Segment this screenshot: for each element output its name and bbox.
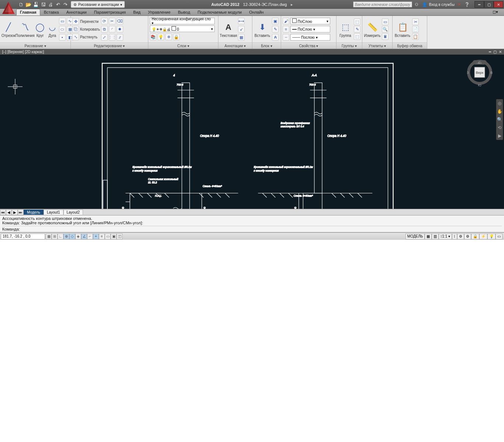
tool-circle[interactable]: ◯Круг: [35, 21, 46, 38]
qat-save-icon[interactable]: 💾: [32, 1, 39, 8]
tool-line[interactable]: ╱Отрезок: [1, 21, 15, 38]
tab-output[interactable]: Вывод: [174, 9, 194, 15]
layer-off-icon[interactable]: 💡: [158, 34, 164, 40]
panel-block-title[interactable]: Блок ▾: [252, 42, 281, 49]
leader-icon[interactable]: ↙: [238, 26, 245, 32]
user-icon[interactable]: 👤: [421, 1, 428, 7]
array-icon[interactable]: ⋮⋮: [109, 34, 115, 41]
qat-undo-icon[interactable]: ↶: [55, 1, 61, 8]
trim-icon[interactable]: ✂: [109, 18, 115, 24]
viewcube[interactable]: Верх С Ю З В МСК ▾: [465, 59, 494, 90]
panel-groups-title[interactable]: Группы ▾: [336, 42, 362, 49]
explode-icon[interactable]: ✹: [117, 26, 123, 32]
help-icon[interactable]: ❔: [463, 1, 471, 7]
lw-icon[interactable]: ≡: [283, 26, 289, 32]
match-prop-icon[interactable]: 🖌: [283, 18, 289, 24]
tab-manage[interactable]: Управление: [144, 9, 174, 15]
toolbar-lock-icon[interactable]: 🔒: [471, 234, 479, 239]
layer-select[interactable]: 💡☀❄🔒🖨 0▾: [150, 25, 215, 32]
rectangle-icon[interactable]: ▭: [59, 18, 66, 24]
tab-annotate[interactable]: Аннотации: [63, 9, 90, 15]
tab-first-icon[interactable]: ⏮: [0, 210, 6, 215]
tool-text[interactable]: AТекстовая: [220, 21, 237, 38]
panel-annotation-title[interactable]: Аннотации ▾: [218, 42, 252, 49]
quickview-drawings-icon[interactable]: ▥: [432, 234, 439, 239]
panel-layers-title[interactable]: Слои ▾: [148, 42, 218, 49]
tab-next-icon[interactable]: ▶: [12, 210, 18, 215]
anno-visibility-icon[interactable]: ⟟: [452, 234, 457, 239]
nav-zoom-icon[interactable]: 🔍: [497, 117, 503, 122]
cmd-prompt[interactable]: Команда:: [2, 226, 502, 231]
workspace-switcher[interactable]: ⚙ Рисование и аннотации ▾: [71, 1, 125, 8]
ortho-toggle[interactable]: ∟: [58, 234, 63, 239]
offset-icon[interactable]: ⫽: [117, 34, 123, 41]
qat-new-icon[interactable]: 🗋: [18, 1, 24, 8]
fillet-icon[interactable]: ◜: [109, 26, 115, 32]
calc-icon[interactable]: 🖩: [382, 33, 389, 40]
annotation-scale[interactable]: ⟟ 1:1 ▾: [439, 234, 452, 239]
scale-icon[interactable]: ⤢: [101, 34, 108, 41]
lwt-toggle[interactable]: ≡: [99, 234, 105, 239]
tool-insert[interactable]: ⬇Вставить: [254, 21, 271, 38]
group-sel-icon[interactable]: ⬚: [354, 33, 360, 40]
layout2-tab[interactable]: Layout2: [63, 210, 83, 215]
qat-saveas-icon[interactable]: 🖫: [40, 1, 46, 8]
exchange-icon[interactable]: ✕: [455, 1, 463, 7]
tool-group[interactable]: ⬚Группа: [338, 21, 353, 38]
search-input[interactable]: [353, 1, 412, 7]
tab-parametric[interactable]: Параметризация: [90, 9, 130, 15]
ellipse-icon[interactable]: ⬭: [59, 26, 66, 32]
workspace-button[interactable]: ⚙: [464, 234, 471, 239]
linetype-select[interactable]: ─── Послою ▾: [290, 34, 330, 41]
tab-insert[interactable]: Вставка: [40, 9, 63, 15]
doc-close-icon[interactable]: ✕: [499, 50, 502, 54]
layer-props-icon[interactable]: 📚: [150, 34, 156, 40]
lt-icon[interactable]: ┄: [283, 34, 289, 41]
doc-minimize-icon[interactable]: ━: [489, 50, 491, 54]
viewport-label[interactable]: [–] [Верхняя] [2D каркас]: [2, 50, 44, 54]
anno-autoscale-icon[interactable]: ⚙: [457, 234, 464, 239]
tab-prev-icon[interactable]: ◀: [6, 210, 12, 215]
panel-modify-title[interactable]: Редактирование ▾: [71, 42, 148, 49]
layer-lock-icon[interactable]: 🔒: [173, 34, 180, 40]
lineweight-select[interactable]: ━━ ПоСлою ▾: [290, 26, 330, 32]
signin-label[interactable]: Вход в службы: [429, 1, 455, 7]
window-maximize-button[interactable]: ▢: [484, 1, 494, 8]
quickview-layouts-icon[interactable]: ▦: [425, 234, 432, 239]
move-icon[interactable]: ✥: [72, 18, 79, 25]
attr-icon[interactable]: ₳: [272, 34, 279, 41]
layout1-tab[interactable]: Layout1: [44, 210, 63, 215]
qselect-icon[interactable]: 🔍: [382, 26, 389, 32]
point-icon[interactable]: •: [59, 34, 66, 41]
stretch-icon[interactable]: ⤡: [72, 34, 79, 40]
qat-print-icon[interactable]: 🖨: [47, 1, 54, 8]
ungroup-icon[interactable]: ⬚: [354, 18, 360, 25]
erase-icon[interactable]: ⌫: [117, 18, 123, 24]
command-window[interactable]: Ассоциативность контура штриховки отмене…: [0, 215, 504, 232]
3dosnap-toggle[interactable]: ◈: [75, 234, 81, 239]
tab-last-icon[interactable]: ⏭: [18, 210, 24, 215]
window-minimize-button[interactable]: ━: [474, 1, 484, 8]
edit-block-icon[interactable]: ✎: [272, 26, 279, 32]
osnap-toggle[interactable]: ◇: [69, 234, 75, 239]
panel-draw-title[interactable]: Рисование ▾: [0, 42, 70, 49]
tool-polyline[interactable]: 〽Полилиния: [17, 21, 34, 38]
select-all-icon[interactable]: ▭: [382, 18, 389, 25]
coordinates-display[interactable]: 181.7, -16.2 , 0.0: [1, 234, 45, 239]
ribbon-collapse-button[interactable]: ◻▾: [489, 8, 502, 15]
tpy-toggle[interactable]: ▭: [105, 234, 111, 239]
hardware-accel-icon[interactable]: ⚡: [479, 234, 487, 239]
nav-showmotion-icon[interactable]: ▶: [498, 133, 501, 138]
isolate-icon[interactable]: 💡: [487, 234, 496, 239]
table-icon[interactable]: ▦: [238, 34, 245, 41]
sc-toggle[interactable]: ◫: [117, 234, 122, 239]
cut-icon[interactable]: ✂: [412, 18, 419, 25]
doc-maximize-icon[interactable]: ▢: [493, 50, 497, 54]
layer-state-select[interactable]: Несохраненная конфигурация сло ▾: [150, 18, 215, 24]
ducs-toggle[interactable]: ⌐: [87, 234, 93, 239]
snap-toggle[interactable]: ▦: [46, 234, 52, 239]
app-menu-button[interactable]: [1, 1, 16, 16]
polar-toggle[interactable]: ⊕: [63, 234, 69, 239]
nav-orbit-icon[interactable]: ⟲: [498, 125, 501, 130]
tab-home[interactable]: Главная: [16, 9, 40, 15]
